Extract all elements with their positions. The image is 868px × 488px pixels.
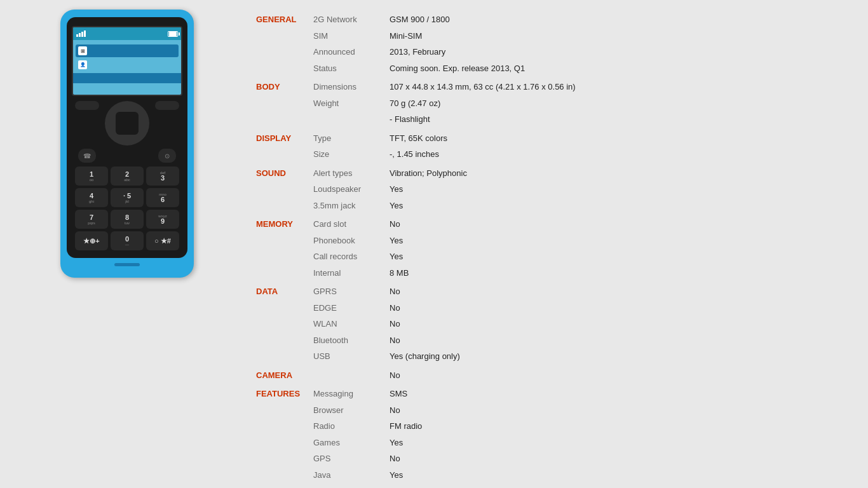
field-cell: Call records — [308, 248, 384, 265]
table-row: GENERAL2G NetworkGSM 900 / 1800 — [251, 11, 852, 28]
value-cell: No — [384, 283, 852, 300]
value-cell: No — [384, 402, 852, 419]
table-row: Announced2013, February — [251, 44, 852, 60]
table-row: Size-, 1.45 inches — [251, 146, 852, 163]
key-1[interactable]: 1 oo — [75, 166, 108, 186]
category-cell — [251, 316, 308, 332]
key-9[interactable]: wxyz 9 — [146, 210, 179, 229]
key-7[interactable]: 7 pqrs — [75, 210, 108, 229]
value-cell: Yes — [384, 181, 852, 198]
phone-bottom-bump — [114, 263, 140, 266]
category-cell — [251, 348, 308, 365]
table-row: USBYes (charging only) — [251, 348, 852, 365]
field-cell: Internal — [308, 265, 384, 281]
value-cell: TFT, 65K colors — [384, 130, 852, 147]
field-cell: GPS — [308, 451, 384, 467]
category-cell — [251, 332, 308, 349]
field-cell: 3.5mm jack — [308, 198, 384, 214]
category-cell — [251, 402, 308, 419]
top-nav-row — [72, 101, 182, 146]
value-cell: Vibration; Polyphonic — [384, 165, 852, 182]
key-hash[interactable]: ○ ★# — [146, 231, 179, 250]
camera-button[interactable]: ⊙ — [158, 149, 176, 163]
value-cell: Yes — [384, 467, 852, 484]
category-cell: MEMORY — [251, 216, 308, 233]
field-cell: Type — [308, 130, 384, 147]
right-soft-key[interactable] — [155, 101, 179, 110]
value-cell: 8 MB — [384, 265, 852, 281]
category-cell: DATA — [251, 283, 308, 300]
specs-container: GENERAL2G NetworkGSM 900 / 1800SIMMini-S… — [241, 6, 862, 488]
field-cell: Radio — [308, 418, 384, 435]
table-row: EDGENo — [251, 300, 852, 316]
table-row: CAMERANo — [251, 367, 852, 384]
field-cell: Card slot — [308, 216, 384, 233]
page-container: ⊞ 👤 — [0, 0, 868, 488]
table-row: - Flashlight — [251, 111, 852, 128]
key-0[interactable]: 0 — — [111, 231, 144, 250]
table-row: LoudspeakerYes — [251, 181, 852, 198]
field-cell — [308, 111, 384, 128]
category-cell: FEATURES — [251, 386, 308, 402]
value-cell: SMS — [384, 386, 852, 402]
category-cell: BODY — [251, 79, 308, 95]
signal-bars — [76, 30, 86, 37]
calculator-icon: ⊞ — [78, 46, 87, 55]
table-row: PhonebookYes — [251, 233, 852, 249]
table-row: GamesYes — [251, 435, 852, 451]
value-cell: No — [384, 367, 852, 384]
table-row: DISPLAYTypeTFT, 65K colors — [251, 130, 852, 147]
screen-bottom-bar — [73, 73, 181, 83]
category-cell — [251, 95, 308, 112]
phone-screen: ⊞ 👤 — [72, 26, 182, 96]
category-cell: CAMERA — [251, 367, 308, 384]
field-cell: Browser — [308, 402, 384, 419]
category-cell — [251, 233, 308, 249]
field-cell: Loudspeaker — [308, 181, 384, 198]
category-cell — [251, 435, 308, 451]
value-cell: No — [384, 300, 852, 316]
table-row: RadioFM radio — [251, 418, 852, 435]
value-cell: 2013, February — [384, 44, 852, 60]
left-soft-key[interactable] — [75, 101, 99, 110]
category-cell: GENERAL — [251, 11, 308, 28]
key-6[interactable]: mno 6 — [146, 188, 179, 207]
table-row: SIMMini-SIM — [251, 28, 852, 44]
field-cell: 2G Network — [308, 11, 384, 28]
phone-illustration: ⊞ 👤 — [60, 10, 194, 278]
value-cell: - Flashlight — [384, 111, 852, 128]
dpad[interactable] — [105, 101, 149, 146]
value-cell: No — [384, 216, 852, 233]
category-cell — [251, 146, 308, 163]
value-cell: No — [384, 316, 852, 332]
key-8[interactable]: 8 tuv — [111, 210, 144, 229]
dpad-inner — [116, 112, 139, 135]
field-cell: Bluetooth — [308, 332, 384, 349]
field-cell: USB — [308, 348, 384, 365]
value-cell: 70 g (2.47 oz) — [384, 95, 852, 112]
key-4[interactable]: 4 ghi — [75, 188, 108, 207]
category-cell — [251, 451, 308, 467]
field-cell: Java — [308, 467, 384, 484]
field-cell: SIM — [308, 28, 384, 44]
table-row: JavaYes — [251, 467, 852, 484]
value-cell: No — [384, 451, 852, 467]
key-star[interactable]: ★⊕+ — [75, 231, 108, 250]
camera-icon: ⊙ — [165, 152, 170, 159]
key-2[interactable]: 2 abc — [111, 166, 144, 186]
category-cell — [251, 28, 308, 44]
field-cell: GPRS — [308, 283, 384, 300]
call-button[interactable]: ☎ — [78, 149, 96, 163]
value-cell: Black, Cyan — [384, 483, 852, 488]
value-cell: Mini-SIM — [384, 28, 852, 44]
key-3[interactable]: def 3 — [146, 166, 179, 186]
key-5[interactable]: · 5 jkl — [111, 188, 144, 207]
field-cell: Phonebook — [308, 233, 384, 249]
table-row: DATAGPRSNo — [251, 283, 852, 300]
value-cell: No — [384, 332, 852, 349]
value-cell: FM radio — [384, 418, 852, 435]
field-cell: Weight — [308, 95, 384, 112]
category-cell — [251, 483, 308, 488]
category-cell — [251, 300, 308, 316]
menu-item-converter: 👤 — [76, 58, 179, 71]
